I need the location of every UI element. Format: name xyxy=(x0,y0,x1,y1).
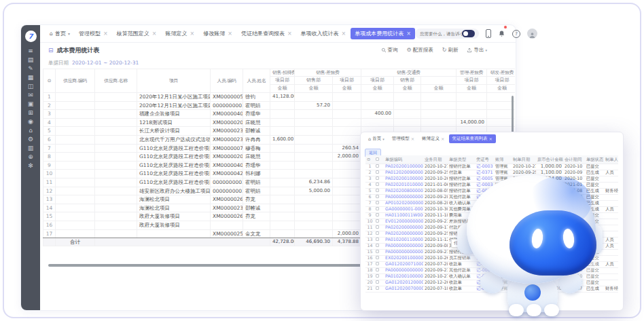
close-icon[interactable]: × xyxy=(411,136,414,142)
row-checkbox[interactable] xyxy=(376,286,379,290)
apps-icon[interactable]: ⊞ xyxy=(28,109,33,117)
settings-icon[interactable]: ⚙ xyxy=(28,135,33,144)
doc-row[interactable]: 11 PA02020000000001 2020-09-17 付款单 记-000… xyxy=(365,225,618,231)
row-checkbox[interactable] xyxy=(376,219,379,223)
table-settings-icon[interactable]: ⊙ xyxy=(43,69,56,93)
help-icon[interactable]: ? xyxy=(512,30,520,38)
close-icon[interactable]: × xyxy=(489,136,493,142)
table-settings-icon[interactable]: ⊙ xyxy=(365,155,374,164)
doc-row[interactable]: 13 PA01020011000001 2020-11-12 付款单 记-000… xyxy=(365,237,618,243)
row-checkbox[interactable] xyxy=(376,225,379,229)
dashboard-icon[interactable]: ▤ xyxy=(28,56,34,64)
search-input[interactable] xyxy=(420,31,462,37)
close-icon[interactable]: × xyxy=(190,31,195,37)
doc-row[interactable]: 4 PA02020101000001 2021-01-06 报销付款单 记-00… xyxy=(365,182,618,188)
close-icon[interactable]: × xyxy=(228,31,232,37)
home-icon[interactable]: ⌂ xyxy=(29,126,33,135)
doc-row[interactable]: 2 PA01202009000003 2020-09-25 付款单 记-0371… xyxy=(365,170,618,176)
select-all-checkbox[interactable] xyxy=(376,157,379,161)
popup-tab-item[interactable]: 账簿定义 × xyxy=(418,134,448,143)
export-button[interactable]: 导出 ▾ xyxy=(467,47,487,54)
row-checkbox[interactable] xyxy=(376,280,379,284)
chevron-down-icon[interactable]: ▾ xyxy=(68,31,70,36)
tab-item[interactable]: 管理模型 × xyxy=(75,28,112,39)
close-icon[interactable]: × xyxy=(152,31,157,37)
table-row[interactable]: 3 福建企企装修项目 XM00000406 乔瑶华 400.00 xyxy=(43,110,516,119)
row-checkbox[interactable] xyxy=(376,244,379,247)
tab-item[interactable]: 核算范围定义 × xyxy=(113,28,161,39)
command-icon[interactable]: ✻ xyxy=(28,162,33,170)
doc-row[interactable]: 10 EV01200000000006 2020-09-23 差旅报销单 记-0… xyxy=(365,219,618,225)
row-checkbox[interactable] xyxy=(376,170,379,174)
row-checkbox[interactable] xyxy=(376,256,379,259)
table-row[interactable]: 4 1218测试项目 XM00000202 庄晓慧 14,000.00 xyxy=(43,118,516,127)
doc-row[interactable]: 3 PA02020010000006 2020-10-26 报销付款单 记-00… xyxy=(365,176,618,182)
row-checkbox[interactable] xyxy=(376,189,379,192)
date-range[interactable]: 2020-12-01 ~ 2020-12-31 xyxy=(72,60,139,66)
row-checkbox[interactable] xyxy=(376,213,379,216)
doc-row[interactable]: 18 PA00000000000008 2020-09-23 其他付款单 记-0… xyxy=(365,267,618,273)
tab-item[interactable]: 凭证结果查询报表 × xyxy=(237,28,296,39)
report-icon[interactable]: ▣ xyxy=(28,100,34,109)
voucher-icon[interactable]: ◫ xyxy=(28,82,34,91)
doc-row[interactable]: 15 PA00000000000004 2020-09-23 报销付款单 记-0… xyxy=(365,249,618,255)
tab-item[interactable]: 单项收入统计表 × xyxy=(297,28,351,39)
message-icon[interactable]: ✉ xyxy=(28,91,33,100)
popup-tab-home[interactable]: ⌂ 首页 ▾ xyxy=(365,134,388,143)
doc-row[interactable]: 9 HA01100011W00001 2020-11-18 费用单 记-0008… xyxy=(365,212,618,219)
doc-row[interactable]: 19 PA01020010000003 2020-10-27 收入确认单 记-0… xyxy=(365,273,618,280)
doc-row[interactable]: 6 PA00000000000002 2020-09-28 其他付款单 记-00… xyxy=(365,194,618,200)
doc-row[interactable]: 7 AP01020200000007 2020-08-28 收入确认单 记-00… xyxy=(365,200,618,206)
row-checkbox[interactable] xyxy=(376,274,379,278)
row-checkbox[interactable] xyxy=(376,183,379,186)
assistant-search[interactable] xyxy=(415,29,479,39)
row-checkbox[interactable] xyxy=(376,176,379,180)
menu-icon[interactable]: ≡ xyxy=(28,47,33,56)
doc-row[interactable]: 16 EX02020010000001 2020-10-26 员工报销单 记-0… xyxy=(365,255,618,261)
doc-row[interactable]: 21 GA01202007000003 2020-07-18 收款单 记-000… xyxy=(365,286,618,292)
doc-row[interactable]: 14 PA00000000000007 2020-09-08 其他付款单 记-0… xyxy=(365,243,618,249)
doc-row[interactable]: 20 GA01202012000004 2020-12-26 收款单 记-000… xyxy=(365,280,618,286)
query-button[interactable]: 查询 xyxy=(381,47,398,54)
row-checkbox[interactable] xyxy=(376,268,379,271)
doc-row[interactable]: 12 PA02020000000006 2020-09-25 报销付款单 记-0… xyxy=(365,231,618,237)
collapse-icon[interactable]: ⊟ xyxy=(48,47,54,54)
row-checkbox[interactable] xyxy=(376,262,379,265)
tab-item[interactable]: 修改账簿 × xyxy=(199,28,236,39)
ledger-icon[interactable]: ▦ xyxy=(28,73,34,82)
row-checkbox[interactable] xyxy=(376,250,379,253)
tab-active[interactable]: 单项成本费用统计表 × xyxy=(351,28,415,39)
avatar[interactable] xyxy=(527,29,537,39)
app-logo[interactable]: 7 xyxy=(25,31,37,42)
row-checkbox[interactable] xyxy=(376,201,379,204)
tab-item[interactable]: 账簿定义 × xyxy=(162,28,199,39)
close-icon[interactable]: × xyxy=(342,31,346,37)
edit-icon[interactable]: ✎ xyxy=(28,64,33,73)
report-config-button[interactable]: ⚙ 配置报表 xyxy=(407,47,433,54)
row-checkbox[interactable] xyxy=(376,238,379,241)
table-row[interactable]: 1 2020年12月1日某小区施工项目 XM00000056 徐钧 41,128… xyxy=(43,93,516,102)
table-row[interactable]: 2 2020年12月1日某小区施工项目 0000000003 霍明娟 57.20 xyxy=(43,101,516,110)
archive-icon[interactable]: ▥ xyxy=(28,144,34,153)
target-icon[interactable]: ◉ xyxy=(28,117,33,126)
chevron-down-icon[interactable]: ▾ xyxy=(382,137,384,141)
row-checkbox[interactable] xyxy=(376,164,379,168)
refresh-button[interactable]: ↻ 刷新 xyxy=(442,47,459,54)
doc-row[interactable]: 5 PA02020080000001 2020-08-05 报销付款单 记-00… xyxy=(365,188,618,194)
close-icon[interactable]: × xyxy=(441,136,444,142)
row-checkbox[interactable] xyxy=(376,207,379,210)
close-icon[interactable]: × xyxy=(103,31,108,37)
doc-row[interactable]: 8 GA00000001-00001 2020-10-30 其他费用单 记-00… xyxy=(365,206,618,212)
notifications-button[interactable] xyxy=(498,27,505,40)
add-icon[interactable]: ⊕ xyxy=(28,153,33,162)
popup-tab-active[interactable]: 凭证结果查询列表 × xyxy=(449,134,496,143)
popup-tab-item[interactable]: 管理模型 × xyxy=(389,134,418,143)
close-icon[interactable]: × xyxy=(287,31,292,37)
theme-toggle[interactable] xyxy=(462,30,475,37)
row-checkbox[interactable] xyxy=(376,231,379,235)
doc-row[interactable]: 17 GA01202007100008 2020-07-28 收款单 记-001… xyxy=(365,261,618,267)
row-checkbox[interactable] xyxy=(376,195,379,198)
close-icon[interactable]: × xyxy=(406,31,411,37)
tab-home[interactable]: ⌂ 首页 ▾ xyxy=(46,28,74,39)
doc-row[interactable]: 1 PA02020010000003 2020-10-27 报销付款单 记-00… xyxy=(365,164,618,170)
